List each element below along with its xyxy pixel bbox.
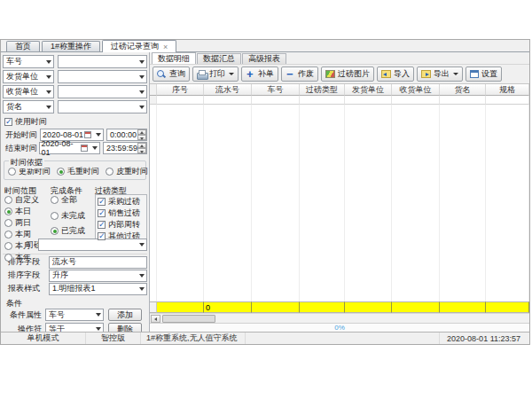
end-time-label: 结束时间 <box>3 143 39 154</box>
use-time-label: 使用时间 <box>15 116 47 128</box>
table-header-row: 序号 流水号 车号 过磅类型 发货单位 收货单位 货名 规格 <box>150 84 529 96</box>
report-style-combo[interactable]: 1.明细报表1 <box>49 283 147 295</box>
supplement-order-button[interactable]: 补单 <box>241 66 278 82</box>
chevron-down-icon <box>92 146 98 150</box>
weigher-combo[interactable] <box>38 239 147 251</box>
filter-cell[interactable] <box>486 96 529 105</box>
report-style-row: 报表样式 1.明细报表1 <box>3 283 147 294</box>
weigh-photo-button[interactable]: 过磅图片 <box>321 66 374 82</box>
add-condition-button[interactable]: 添加 <box>108 309 142 321</box>
condition-op-label: 操作符 <box>3 324 45 332</box>
sort-field-input[interactable]: 流水号 <box>49 256 147 269</box>
filter-row-vehicle: 车号 <box>3 55 147 68</box>
table-body-empty[interactable] <box>150 105 529 301</box>
col-header-weigh-type[interactable]: 过磅类型 <box>300 84 345 96</box>
radio-completed[interactable]: 已完成 <box>51 225 95 237</box>
condition-attr-combo[interactable]: 车号 <box>45 309 104 321</box>
goods-field-combo[interactable]: 货名 <box>3 100 54 113</box>
status-edition: 智控版 <box>86 332 141 344</box>
chevron-down-icon <box>453 73 458 75</box>
col-header-receiver[interactable]: 收货单位 <box>392 84 440 96</box>
filter-cell[interactable] <box>204 96 252 105</box>
chevron-down-icon <box>96 313 101 317</box>
col-header-seq[interactable]: 序号 <box>157 84 204 96</box>
end-time-spinner[interactable]: 23:59:59 <box>103 142 147 154</box>
shipper-value-combo[interactable] <box>58 70 147 83</box>
col-header-serial[interactable]: 流水号 <box>204 84 252 96</box>
start-time-spinner[interactable]: 0:00:00 <box>106 129 147 141</box>
vehicle-value-combo[interactable] <box>58 55 147 68</box>
condition-op-combo[interactable]: 等于 <box>45 323 104 332</box>
filter-cell[interactable] <box>252 96 300 105</box>
chevron-down-icon <box>46 60 51 64</box>
query-button[interactable]: 查询 <box>153 66 190 82</box>
records-table: 序号 流水号 车号 过磅类型 发货单位 收货单位 货名 规格 <box>150 83 529 332</box>
radio-gross-time[interactable]: 毛重时间 <box>57 166 99 177</box>
filter-cell[interactable] <box>157 96 204 105</box>
import-button[interactable]: 导入 <box>377 66 414 82</box>
use-time-checkbox[interactable] <box>4 118 12 126</box>
scrollbar-thumb[interactable] <box>162 315 215 323</box>
chevron-down-icon <box>229 73 234 75</box>
tab-record-query[interactable]: 过磅记录查询 × <box>102 40 176 52</box>
data-panel: 数据明细 数据汇总 高级报表 查询 打 <box>150 52 529 332</box>
end-date-picker[interactable]: 2020-08-01 <box>39 142 100 154</box>
radio-two-days[interactable]: 两日 <box>4 217 51 229</box>
radio-incomplete[interactable]: 未完成 <box>51 210 95 222</box>
status-bar: 单机模式 智控版 1#称重系统,无人值守系统 2020-08-01 11:23:… <box>1 332 529 344</box>
complete-state-title: 完成条件 <box>51 185 95 194</box>
print-button[interactable]: 打印 <box>192 66 239 82</box>
radio-custom[interactable]: 自定义 <box>4 194 51 206</box>
tab-weigh-operate[interactable]: 1#称重操作 <box>42 41 100 51</box>
sort-order-label: 排序字段 <box>3 270 49 281</box>
time-range-column: 时间范围 自定义 本日 两日 本周 本月 本年 <box>4 185 51 237</box>
tab-advanced-report[interactable]: 高级报表 <box>242 53 286 64</box>
col-header-vehicle[interactable]: 车号 <box>252 84 300 96</box>
filter-cell[interactable] <box>440 96 486 105</box>
tab-label: 过磅记录查询 <box>111 41 159 52</box>
checkbox-internal-transfer[interactable]: 内部周转 <box>98 219 145 231</box>
radio-all[interactable]: 全部 <box>51 194 95 206</box>
void-button[interactable]: 作废 <box>281 66 318 82</box>
col-header-shipper[interactable]: 发货单位 <box>345 84 392 96</box>
close-icon[interactable]: × <box>163 43 168 51</box>
filter-cell[interactable] <box>345 96 392 105</box>
scroll-left-icon[interactable] <box>151 315 160 323</box>
radio-tare-time[interactable]: 皮重时间 <box>106 166 148 177</box>
spinner-icon[interactable] <box>137 129 146 140</box>
sort-order-row: 排序字段 升序 <box>3 270 147 281</box>
toolbar: 查询 打印 补单 作废 <box>150 64 529 83</box>
tab-home[interactable]: 首页 <box>6 41 40 51</box>
search-icon <box>157 70 167 79</box>
filter-row-receiver: 收货单位 <box>3 85 147 98</box>
shipper-field-combo[interactable]: 发货单位 <box>3 70 54 83</box>
report-style-label: 报表样式 <box>3 283 49 294</box>
filter-cell[interactable] <box>392 96 440 105</box>
calendar-icon <box>84 131 91 138</box>
tab-data-detail[interactable]: 数据明细 <box>152 52 196 64</box>
sort-order-combo[interactable]: 升序 <box>49 270 147 282</box>
export-button[interactable]: 导出 <box>417 66 463 82</box>
settings-button[interactable]: 设置 <box>466 66 502 82</box>
goods-value-combo[interactable] <box>58 100 147 113</box>
chevron-down-icon <box>139 90 145 94</box>
spinner-icon[interactable] <box>137 143 146 153</box>
tab-label: 1#称重操作 <box>51 41 91 52</box>
end-time-row: 结束时间 2020-08-01 23:59:59 <box>3 142 147 154</box>
horizontal-scrollbar[interactable] <box>150 313 529 323</box>
weigh-type-title: 过磅类型 <box>95 185 147 194</box>
image-icon <box>325 70 335 78</box>
receiver-field-combo[interactable]: 收货单位 <box>3 85 54 98</box>
receiver-value-combo[interactable] <box>58 85 147 98</box>
col-header-spec[interactable]: 规格 <box>486 84 529 96</box>
checkbox-purchase-weigh[interactable]: 采购过磅 <box>98 196 145 207</box>
filter-cell[interactable] <box>300 96 345 105</box>
radio-today[interactable]: 本日 <box>4 206 51 217</box>
checkbox-sale-weigh[interactable]: 销售过磅 <box>98 207 145 219</box>
tab-data-summary[interactable]: 数据汇总 <box>197 53 241 64</box>
filter-panel: 车号 发货单位 <box>1 52 150 332</box>
delete-condition-button[interactable]: 删除 <box>108 323 142 332</box>
vehicle-field-combo[interactable]: 车号 <box>3 55 54 68</box>
col-header-goods[interactable]: 货名 <box>440 84 486 96</box>
chevron-down-icon <box>139 106 145 109</box>
